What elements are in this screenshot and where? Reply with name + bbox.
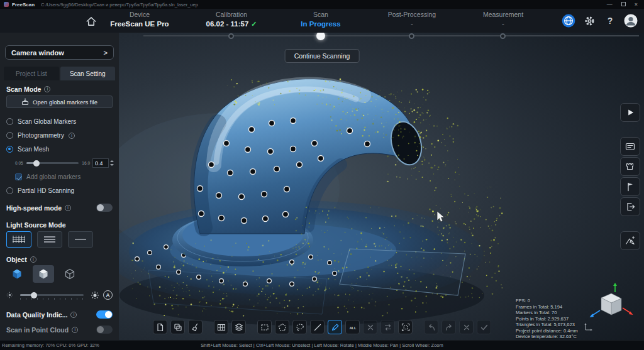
invert-selection-button[interactable]	[380, 320, 395, 334]
continue-scanning-button[interactable]: Continue Scanning	[285, 49, 360, 63]
nav-step-post-processing[interactable]: Post-Processing -	[365, 11, 459, 28]
scan-point-cloud-row: Scan in Point Cloud i	[6, 325, 113, 334]
stat-frames: Frames in Total: 5,194	[516, 304, 578, 310]
help-button[interactable]: ?	[603, 14, 617, 28]
maximize-button[interactable]	[621, 1, 626, 8]
pen-select-button[interactable]	[328, 320, 342, 334]
progress-dot-measurement	[500, 33, 506, 39]
lasso-select-button[interactable]	[292, 320, 307, 334]
terrain-quality-button[interactable]	[620, 231, 640, 250]
account-button[interactable]	[624, 14, 638, 28]
nav-step-scan[interactable]: Scan In Progress	[274, 11, 368, 28]
close-button[interactable]: ×	[635, 1, 638, 8]
light-pattern-multiline-button[interactable]	[37, 231, 62, 248]
scan-point-cloud-toggle[interactable]	[96, 325, 113, 334]
object-type-default-button[interactable]	[33, 265, 54, 283]
object-label: Object	[6, 256, 27, 263]
orientation-gizmo[interactable]	[582, 283, 640, 332]
select-all-button[interactable]: ALL	[345, 320, 360, 334]
window-titlebar: FreeScan C:/Users/9gg56/Desktop/Скан и р…	[0, 0, 644, 9]
cancel-button[interactable]	[459, 320, 474, 334]
resolution-spinner[interactable]	[110, 160, 114, 166]
progress-dot-scan-active	[316, 31, 325, 40]
brightness-slider[interactable]	[20, 294, 84, 296]
tower-button[interactable]	[620, 157, 640, 176]
progress-dot-post-processing	[409, 33, 414, 39]
camera-window-toggle[interactable]: Camera window >	[5, 45, 114, 60]
high-speed-toggle[interactable]	[96, 204, 113, 212]
duplicate-button[interactable]	[170, 320, 185, 334]
resolution-max: 16.0	[82, 161, 90, 165]
select-all-icon: ALL	[348, 323, 358, 332]
info-icon: i	[70, 312, 77, 318]
line-select-button[interactable]	[310, 320, 325, 334]
play-button[interactable]	[620, 103, 640, 122]
info-icon: i	[44, 86, 50, 92]
spin-up-icon[interactable]	[110, 160, 114, 162]
object-type-wireframe-button[interactable]	[59, 265, 80, 283]
radio-partial-hd-scanning[interactable]: Partial HD Scanning	[6, 187, 113, 194]
rect-select-button[interactable]	[257, 320, 272, 334]
axis-toggle-icon[interactable]	[585, 323, 593, 331]
grid-button[interactable]	[214, 320, 228, 334]
file-icon	[156, 323, 165, 332]
data-quality-toggle[interactable]	[96, 310, 113, 319]
undo-button[interactable]	[424, 320, 438, 334]
tab-project-list[interactable]: Project List	[4, 67, 59, 80]
checkbox-add-global-markers[interactable]: Add global markers	[15, 173, 113, 180]
resolution-slider[interactable]	[26, 162, 79, 164]
light-pattern-single-line-button[interactable]	[68, 231, 93, 248]
high-speed-mode-row: High-speed mode i	[6, 204, 113, 212]
polygon-select-button[interactable]	[275, 320, 289, 334]
copy-icon	[174, 323, 182, 332]
layers-button[interactable]	[231, 320, 246, 334]
language-button[interactable]	[562, 14, 575, 28]
light-pattern-cross-button[interactable]	[6, 231, 31, 248]
step-title: Scan	[274, 11, 368, 18]
auto-exposure-button[interactable]: A	[103, 290, 113, 300]
export-button[interactable]	[620, 197, 640, 216]
stat-fps: FPS: 0	[516, 298, 578, 304]
radio-scan-global-markers[interactable]: Scan Global Markers	[6, 118, 113, 125]
lasso-select-icon	[296, 323, 304, 332]
stat-triangles: Triangles in Total: 5,673,623	[516, 322, 578, 328]
avatar-icon	[624, 14, 638, 28]
info-icon: i	[69, 133, 75, 139]
grid-icon	[217, 323, 226, 332]
step-title: Measurement	[456, 11, 550, 18]
redo-button[interactable]	[441, 320, 456, 334]
radio-scan-mesh[interactable]: Scan Mesh	[6, 146, 113, 153]
document-path: C:/Users/9gg56/Desktop/Скан и реверс/Тру…	[41, 2, 607, 8]
import-file-icon	[21, 98, 29, 106]
slider-handle[interactable]	[33, 160, 40, 167]
deselect-button[interactable]	[363, 320, 377, 334]
settings-button[interactable]	[582, 14, 596, 28]
play-icon	[625, 107, 636, 118]
single-line-pattern-icon	[74, 235, 87, 244]
control-panel-button[interactable]	[620, 137, 640, 156]
spin-down-icon[interactable]	[110, 164, 114, 166]
minimize-button[interactable]: —	[607, 1, 613, 8]
navbar-right-icons: ?	[562, 14, 638, 28]
flag-button[interactable]	[620, 177, 640, 196]
tab-scan-setting[interactable]: Scan Setting	[60, 67, 116, 80]
object-header: Object i	[6, 256, 113, 263]
slider-handle[interactable]	[31, 292, 37, 298]
radio-icon	[6, 118, 13, 125]
frame-select-button[interactable]	[398, 320, 413, 334]
nav-step-calibration[interactable]: Calibration 06.02 - 11:57✓	[184, 11, 279, 28]
rect-select-icon	[260, 323, 269, 332]
clean-button[interactable]	[188, 320, 203, 334]
import-file-button[interactable]	[153, 320, 167, 334]
nav-step-measurement[interactable]: Measurement -	[456, 11, 550, 28]
object-type-color-button[interactable]	[6, 265, 28, 283]
radio-photogrammetry[interactable]: Photogrammetry i	[6, 132, 113, 139]
nav-step-device[interactable]: Device FreeScan UE Pro	[92, 11, 187, 28]
resolution-input[interactable]	[92, 158, 109, 168]
radio-icon	[6, 132, 13, 139]
open-global-markers-label: Open global markers file	[33, 99, 97, 106]
app-name: FreeScan	[12, 2, 35, 8]
open-global-markers-button[interactable]: Open global markers file	[6, 96, 113, 108]
confirm-button[interactable]	[477, 320, 491, 334]
top-navbar: Device FreeScan UE Pro Calibration 06.02…	[0, 9, 644, 33]
